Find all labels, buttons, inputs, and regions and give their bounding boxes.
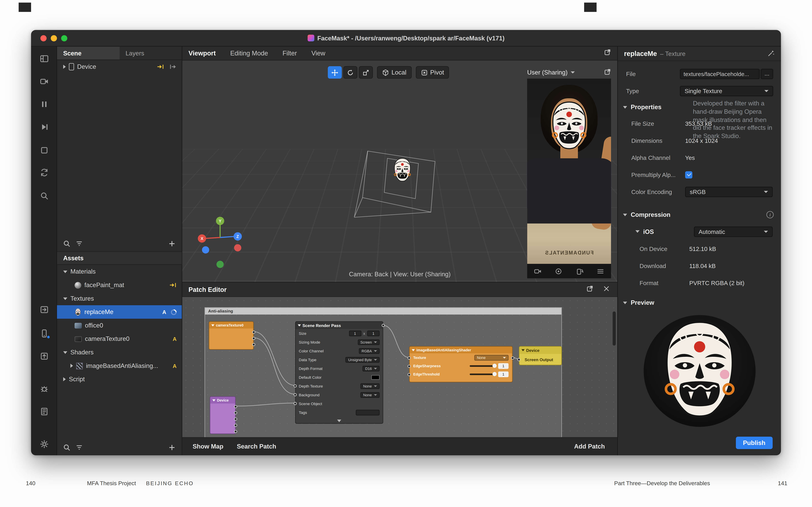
chevron-down-icon[interactable] <box>623 301 627 304</box>
assets-group-script[interactable]: Script <box>57 373 182 386</box>
insert-target-icon[interactable] <box>157 64 164 69</box>
show-map-button[interactable]: Show Map <box>193 443 223 450</box>
tab-scene[interactable]: Scene <box>57 47 119 60</box>
browse-file-button[interactable]: ... <box>761 69 773 79</box>
chevron-down-icon[interactable] <box>63 297 67 300</box>
node-device[interactable]: Device <box>210 396 236 434</box>
collapse-icon[interactable] <box>212 399 215 401</box>
node-aa-shader[interactable]: imageBasedAntiAliasingShader TextureNone… <box>409 346 513 382</box>
close-window-button[interactable] <box>40 35 47 41</box>
rotate-device-icon[interactable] <box>576 267 583 275</box>
gizmo-plane-handle-green[interactable] <box>216 261 224 268</box>
patch-canvas[interactable]: Anti-aliasing cam <box>182 297 617 437</box>
default-color-swatch[interactable] <box>371 375 379 380</box>
insert-target-icon[interactable] <box>169 282 176 288</box>
search-icon[interactable] <box>63 240 70 247</box>
menu-icon[interactable] <box>597 267 604 275</box>
search-patch-button[interactable]: Search Patch <box>237 443 276 450</box>
gizmo-plane-handle-red[interactable] <box>234 244 241 251</box>
collapse-icon[interactable] <box>211 324 214 326</box>
file-path-field[interactable]: textures/facePlaceholde... <box>680 69 760 79</box>
zoom-window-button[interactable] <box>61 35 67 41</box>
input-port[interactable] <box>294 393 297 396</box>
asset-facepaint-mat[interactable]: facePaint_mat <box>57 278 182 292</box>
collapse-icon[interactable] <box>412 349 415 351</box>
add-patch-button[interactable]: Add Patch <box>574 443 605 450</box>
menu-view[interactable]: View <box>311 50 325 57</box>
edge-sharpness-slider[interactable] <box>470 365 496 367</box>
size-y-input[interactable]: 1 <box>367 331 379 336</box>
popout-simulator-button[interactable] <box>604 68 611 77</box>
docs-button[interactable] <box>39 406 49 416</box>
menu-filter[interactable]: Filter <box>283 50 297 57</box>
output-port[interactable] <box>234 424 237 427</box>
pause-button[interactable] <box>39 99 49 109</box>
settings-button[interactable] <box>39 439 49 449</box>
export-experience-button[interactable] <box>39 304 49 315</box>
capture-photo-icon[interactable] <box>555 267 562 275</box>
depth-texture-dropdown[interactable]: None <box>360 383 379 389</box>
asset-aa-shader[interactable]: imageBasedAntiAliasing... A <box>57 359 182 373</box>
face-mesh-object[interactable] <box>392 158 413 183</box>
close-patch-editor-button[interactable] <box>603 285 610 294</box>
scale-tool-button[interactable] <box>359 66 373 78</box>
popout-viewport-button[interactable] <box>604 49 611 58</box>
assets-group-materials[interactable]: Materials <box>57 265 182 278</box>
tab-layers[interactable]: Layers <box>119 47 182 60</box>
camera-view-button[interactable] <box>39 76 49 87</box>
pivot-button[interactable]: Pivot <box>416 66 449 78</box>
preview-section-header[interactable]: Preview <box>618 294 781 311</box>
output-port[interactable] <box>252 331 255 334</box>
menu-viewport[interactable]: Viewport <box>189 50 216 57</box>
move-tool-button[interactable] <box>328 66 342 78</box>
input-port[interactable] <box>294 384 297 387</box>
filter-icon[interactable] <box>75 240 83 247</box>
search-tool-button[interactable] <box>39 190 49 201</box>
connect-device-button[interactable] <box>39 328 49 338</box>
output-port[interactable] <box>234 417 237 420</box>
edge-threshold-slider[interactable] <box>470 373 496 375</box>
output-port[interactable] <box>234 411 237 414</box>
popout-patch-editor-button[interactable] <box>586 285 594 294</box>
edge-sharpness-value[interactable]: 1 <box>498 363 509 369</box>
output-port[interactable] <box>511 356 514 359</box>
chevron-down-icon[interactable] <box>571 71 575 73</box>
ios-compression-dropdown[interactable]: Automatic <box>694 226 773 237</box>
patch-scrollbar-thumb[interactable] <box>613 312 616 346</box>
assets-group-shaders[interactable]: Shaders <box>57 346 182 359</box>
add-icon[interactable] <box>168 240 175 247</box>
premultiply-alpha-checkbox[interactable] <box>685 171 693 178</box>
depth-format-dropdown[interactable]: D16 <box>362 366 379 372</box>
input-port[interactable] <box>408 365 411 368</box>
simulator-mode-dropdown[interactable]: User (Sharing) <box>527 69 567 76</box>
node-scene-render-pass[interactable]: Scene Render Pass Size1x1 Sizing ModeScr… <box>295 321 383 424</box>
panels-layout-button[interactable] <box>39 53 49 64</box>
color-encoding-dropdown[interactable]: sRGB <box>685 186 773 197</box>
tags-input[interactable] <box>356 410 379 415</box>
sizing-mode-dropdown[interactable]: Screen <box>358 339 379 345</box>
chevron-down-icon[interactable] <box>636 230 640 233</box>
expand-icon[interactable] <box>337 419 341 422</box>
chevron-right-icon[interactable] <box>70 364 73 368</box>
output-port[interactable] <box>252 337 255 340</box>
input-port[interactable] <box>408 356 411 359</box>
chevron-down-icon[interactable] <box>63 351 67 353</box>
background-dropdown[interactable]: None <box>360 392 379 398</box>
chevron-down-icon[interactable] <box>623 214 627 216</box>
input-port[interactable] <box>294 402 297 405</box>
collapse-icon[interactable] <box>521 349 524 351</box>
texture-dropdown[interactable]: None <box>474 354 509 360</box>
scene-item-device[interactable]: Device <box>57 60 182 73</box>
output-port[interactable] <box>382 324 385 327</box>
stop-button[interactable] <box>39 145 49 155</box>
publish-upload-button[interactable] <box>39 351 49 361</box>
chevron-right-icon[interactable] <box>63 65 66 69</box>
record-video-icon[interactable] <box>534 267 542 275</box>
step-forward-button[interactable] <box>39 121 49 132</box>
chevron-right-icon[interactable] <box>63 377 66 381</box>
chevron-down-icon[interactable] <box>623 106 627 108</box>
info-icon[interactable]: i <box>766 211 774 218</box>
asset-replaceme[interactable]: replaceMe A <box>57 305 182 319</box>
type-dropdown[interactable]: Single Texture <box>680 86 773 96</box>
add-asset-icon[interactable] <box>168 444 175 451</box>
